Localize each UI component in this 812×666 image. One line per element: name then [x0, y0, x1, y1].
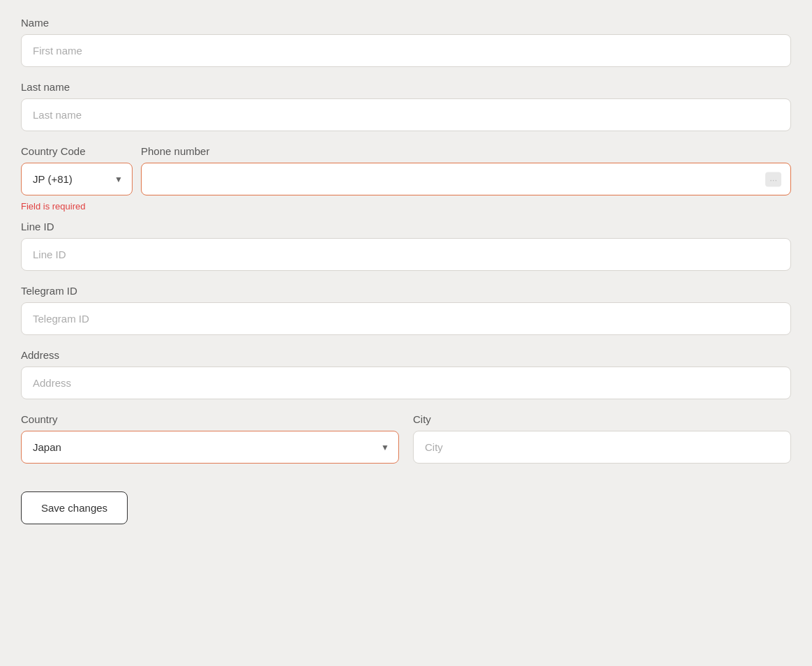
field-required-error: Field is required [21, 201, 86, 212]
telegram-id-field-group: Telegram ID [21, 285, 791, 335]
address-input[interactable] [21, 367, 791, 399]
city-label: City [413, 413, 791, 425]
telegram-id-label: Telegram ID [21, 285, 791, 297]
name-label: Name [21, 17, 791, 29]
country-city-row: Country Japan United States United Kingd… [21, 413, 791, 478]
telegram-id-input[interactable] [21, 302, 791, 335]
city-field-group: City [413, 413, 791, 464]
phone-row: JP (+81) US (+1) GB (+44) CN (+86) KR (+… [21, 163, 791, 195]
last-name-input[interactable] [21, 98, 791, 131]
country-select-wrapper: Japan United States United Kingdom China… [21, 431, 399, 464]
country-code-select[interactable]: JP (+81) US (+1) GB (+44) CN (+86) KR (+… [21, 163, 133, 195]
phone-number-wrapper: ··· [141, 163, 791, 195]
phone-labels-row: Country Code Phone number [21, 145, 791, 157]
phone-number-input[interactable] [141, 163, 791, 195]
phone-number-label: Phone number [141, 145, 791, 157]
phone-error-group: Field is required [21, 200, 791, 212]
phone-input-wrapper: ··· [141, 163, 791, 195]
address-label: Address [21, 349, 791, 361]
form-container: Name Last name Country Code Phone number… [21, 17, 791, 524]
country-code-select-wrapper: JP (+81) US (+1) GB (+44) CN (+86) KR (+… [21, 163, 133, 195]
last-name-label: Last name [21, 81, 791, 93]
last-name-field-group: Last name [21, 81, 791, 131]
country-select[interactable]: Japan United States United Kingdom China… [21, 431, 399, 464]
name-field-group: Name [21, 17, 791, 67]
phone-number-label-wrapper: Phone number [141, 145, 791, 157]
city-input[interactable] [413, 431, 791, 464]
line-id-input[interactable] [21, 238, 791, 271]
line-id-field-group: Line ID [21, 221, 791, 271]
country-code-label-wrapper: Country Code [21, 145, 133, 157]
country-label: Country [21, 413, 399, 425]
country-code-wrapper: JP (+81) US (+1) GB (+44) CN (+86) KR (+… [21, 163, 133, 195]
address-field-group: Address [21, 349, 791, 399]
first-name-input[interactable] [21, 34, 791, 67]
line-id-label: Line ID [21, 221, 791, 232]
save-changes-button[interactable]: Save changes [21, 491, 128, 524]
country-field-group: Country Japan United States United Kingd… [21, 413, 399, 464]
country-code-label: Country Code [21, 145, 133, 157]
